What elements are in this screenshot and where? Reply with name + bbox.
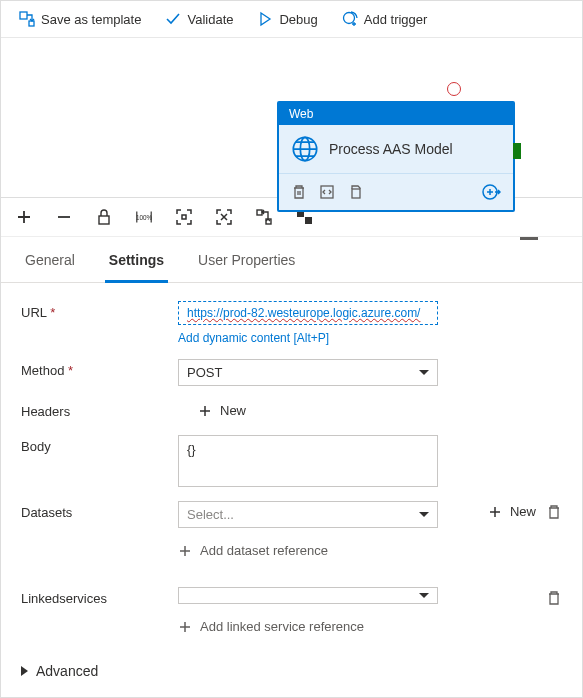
error-indicator-icon — [447, 82, 461, 96]
delete-icon[interactable] — [546, 504, 562, 520]
svg-rect-11 — [257, 210, 262, 215]
linked-services-select[interactable] — [178, 587, 438, 604]
svg-text:100%: 100% — [136, 214, 153, 221]
delete-icon[interactable] — [291, 184, 307, 200]
url-label: URL — [21, 301, 166, 320]
svg-rect-14 — [305, 217, 312, 224]
add-trigger-label: Add trigger — [364, 12, 428, 27]
debug-button[interactable]: Debug — [247, 7, 327, 31]
code-icon[interactable] — [319, 184, 335, 200]
debug-label: Debug — [279, 12, 317, 27]
method-value: POST — [187, 365, 222, 380]
activity-node[interactable]: Web Process AAS Model — [277, 101, 515, 212]
save-template-label: Save as template — [41, 12, 141, 27]
success-handle[interactable] — [513, 143, 521, 159]
svg-point-2 — [343, 13, 354, 24]
save-template-icon — [19, 11, 35, 27]
node-body: Process AAS Model — [279, 125, 513, 173]
save-template-button[interactable]: Save as template — [9, 7, 151, 31]
plus-icon — [178, 620, 192, 634]
advanced-toggle[interactable]: Advanced — [21, 663, 562, 679]
web-icon — [291, 135, 319, 163]
headers-label: Headers — [21, 400, 166, 419]
pipeline-canvas[interactable]: Web Process AAS Model — [1, 38, 582, 198]
datasets-label: Datasets — [21, 501, 166, 520]
validate-button[interactable]: Validate — [155, 7, 243, 31]
plus-icon — [488, 505, 502, 519]
autolayout-icon[interactable] — [255, 208, 273, 226]
tab-user-properties[interactable]: User Properties — [194, 240, 299, 283]
add-trigger-button[interactable]: Add trigger — [332, 7, 438, 31]
tab-general[interactable]: General — [21, 240, 79, 283]
validate-label: Validate — [187, 12, 233, 27]
trigger-icon — [342, 11, 358, 27]
caret-right-icon — [21, 666, 28, 676]
add-output-icon[interactable] — [481, 182, 501, 202]
url-input[interactable]: https://prod-82.westeurope.logic.azure.c… — [178, 301, 438, 325]
node-title: Process AAS Model — [329, 141, 453, 157]
chevron-down-icon — [419, 370, 429, 375]
datasets-placeholder: Select... — [187, 507, 234, 522]
datasets-select[interactable]: Select... — [178, 501, 438, 528]
tab-settings[interactable]: Settings — [105, 240, 168, 283]
svg-rect-0 — [20, 12, 27, 19]
node-type-label: Web — [279, 103, 513, 125]
plus-icon — [178, 544, 192, 558]
plus-icon — [198, 404, 212, 418]
add-dynamic-content-link[interactable]: Add dynamic content [Alt+P] — [178, 331, 562, 345]
svg-rect-8 — [99, 216, 109, 224]
top-toolbar: Save as template Validate Debug Add trig… — [1, 1, 582, 38]
advanced-label: Advanced — [36, 663, 98, 679]
add-dataset-reference-button[interactable]: Add dataset reference — [178, 540, 476, 561]
node-footer — [279, 173, 513, 210]
method-select[interactable]: POST — [178, 359, 438, 386]
add-linked-service-reference-button[interactable]: Add linked service reference — [178, 616, 534, 637]
linked-services-label: Linkedservices — [21, 587, 166, 606]
tabs: General Settings User Properties — [1, 240, 582, 283]
svg-rect-6 — [352, 189, 360, 198]
copy-icon[interactable] — [347, 184, 363, 200]
headers-new-button[interactable]: New — [178, 400, 562, 421]
chevron-down-icon — [419, 593, 429, 598]
body-label: Body — [21, 435, 166, 454]
lock-icon[interactable] — [95, 208, 113, 226]
zoom-percent-icon[interactable]: 100% — [135, 208, 153, 226]
datasets-new-button[interactable]: New — [488, 501, 536, 522]
check-icon — [165, 11, 181, 27]
zoom-out-icon[interactable] — [55, 208, 73, 226]
fullscreen-icon[interactable] — [215, 208, 233, 226]
chevron-down-icon — [419, 512, 429, 517]
body-textarea[interactable]: {} — [178, 435, 438, 487]
svg-rect-1 — [29, 21, 34, 26]
svg-rect-10 — [182, 215, 186, 219]
settings-form: URL https://prod-82.westeurope.logic.azu… — [1, 283, 582, 697]
zoom-in-icon[interactable] — [15, 208, 33, 226]
delete-icon[interactable] — [546, 590, 562, 606]
fit-screen-icon[interactable] — [175, 208, 193, 226]
play-icon — [257, 11, 273, 27]
method-label: Method — [21, 359, 166, 378]
